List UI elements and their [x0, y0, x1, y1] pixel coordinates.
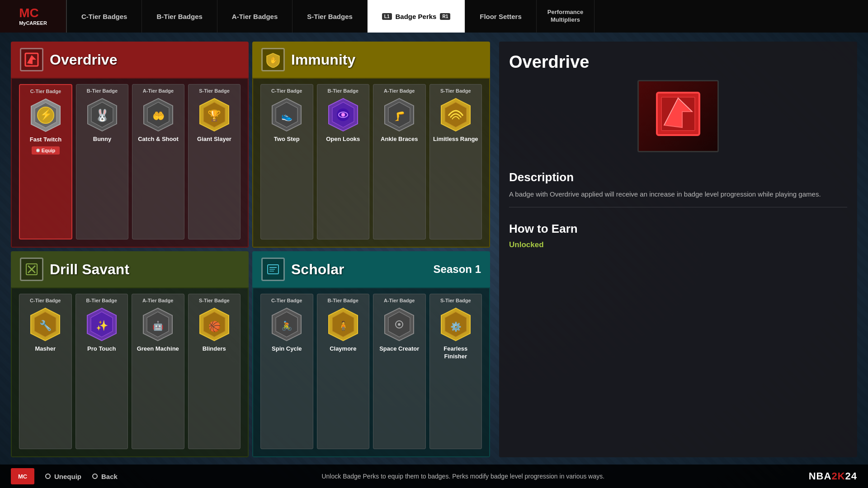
- logo-mycareer-text: MyCAREER: [19, 20, 47, 26]
- immunity-c-tier-slot[interactable]: C-Tier Badge 👟 Two Step: [260, 84, 313, 239]
- tab-floor-setters[interactable]: Floor Setters: [465, 0, 537, 33]
- detail-panel-title: Overdrive: [509, 52, 847, 72]
- immunity-a-tier-slot[interactable]: A-Tier Badge 🦵 Ankle Braces: [373, 84, 426, 239]
- scholar-a-tier-label: A-Tier Badge: [384, 298, 415, 304]
- tab-s-tier-badges[interactable]: S-Tier Badges: [292, 0, 368, 33]
- immunity-s-tier-icon: [438, 97, 474, 133]
- equip-circle-icon: [36, 149, 40, 152]
- drill-s-tier-icon: 🏀: [196, 306, 232, 343]
- overdrive-title: Overdrive: [50, 52, 117, 68]
- scholar-s-tier-slot[interactable]: S-Tier Badge ⚙️ Fearless Finisher: [429, 294, 482, 449]
- detail-divider: [509, 207, 847, 207]
- overdrive-s-tier-slot[interactable]: S-Tier Badge 🏆 Giant Slayer: [188, 84, 241, 239]
- svg-text:🐰: 🐰: [95, 108, 110, 122]
- immunity-b-tier-slot[interactable]: B-Tier Badge Open Looks: [317, 84, 370, 239]
- overdrive-a-tier-slot[interactable]: A-Tier Badge 🤲 Catch & Shoot: [132, 84, 184, 239]
- detail-badge-image: [637, 80, 719, 152]
- scholar-s-tier-icon: ⚙️: [438, 306, 474, 343]
- immunity-icon: ✋: [261, 48, 285, 71]
- tab-c-tier-badges[interactable]: C-Tier Badges: [67, 0, 142, 33]
- drill-b-tier-icon: ✨: [84, 306, 120, 343]
- immunity-b-tier-name: Open Looks: [326, 136, 360, 143]
- scholar-a-tier-name: Space Creator: [379, 345, 419, 353]
- drill-b-tier-label: B-Tier Badge: [86, 298, 117, 304]
- svg-text:🤲: 🤲: [152, 110, 165, 122]
- svg-point-56: [398, 323, 401, 326]
- scholar-a-tier-icon: [381, 306, 417, 343]
- immunity-panel: ✋ Immunity C-Tier Badge 👟 T: [252, 42, 490, 248]
- scholar-b-tier-slot[interactable]: B-Tier Badge 🧍 Claymore: [317, 294, 370, 449]
- svg-marker-27: [445, 102, 467, 127]
- overdrive-b-tier-label: B-Tier Badge: [87, 88, 118, 94]
- detail-earn-status: Unlocked: [509, 240, 847, 249]
- drill-b-tier-slot[interactable]: B-Tier Badge ✨ Pro Touch: [75, 294, 128, 449]
- svg-text:🔧: 🔧: [39, 319, 52, 332]
- svg-text:🚴: 🚴: [281, 320, 292, 331]
- overdrive-s-tier-icon: 🏆: [196, 97, 232, 133]
- immunity-body: C-Tier Badge 👟 Two Step B-Tier Badge: [252, 78, 490, 248]
- immunity-a-tier-icon: 🦵: [381, 97, 417, 133]
- immunity-s-tier-slot[interactable]: S-Tier Badge Limitless Range: [429, 84, 482, 239]
- tab-b-tier-badges[interactable]: B-Tier Badges: [142, 0, 217, 33]
- overdrive-c-tier-slot[interactable]: C-Tier Badge ⚡ Fast Twitch Equip: [19, 84, 72, 239]
- drill-c-tier-label: C-Tier Badge: [30, 298, 61, 304]
- drill-a-tier-slot[interactable]: A-Tier Badge 🤖 Green Machine: [132, 294, 184, 449]
- tab-a-tier-badges[interactable]: A-Tier Badges: [217, 0, 292, 33]
- overdrive-equip-button[interactable]: Equip: [32, 146, 60, 155]
- tab-performance-multipliers[interactable]: PerformanceMultipliers: [537, 0, 594, 33]
- scholar-a-tier-slot[interactable]: A-Tier Badge Space Creator: [373, 294, 426, 449]
- immunity-a-tier-label: A-Tier Badge: [384, 88, 415, 94]
- overdrive-icon: [20, 48, 43, 71]
- scholar-s-tier-name: Fearless Finisher: [433, 345, 479, 361]
- svg-text:✋: ✋: [269, 56, 278, 64]
- immunity-s-tier-label: S-Tier Badge: [440, 88, 471, 94]
- badge-perks-tab-inner: L1 Badge Perks R1: [382, 13, 450, 20]
- overdrive-body: C-Tier Badge ⚡ Fast Twitch Equip: [11, 78, 249, 248]
- immunity-a-tier-name: Ankle Braces: [381, 136, 418, 143]
- svg-text:🧍: 🧍: [337, 320, 349, 331]
- unequip-action[interactable]: Unequip: [45, 473, 81, 480]
- svg-text:🏀: 🏀: [208, 320, 221, 333]
- svg-text:🦵: 🦵: [394, 111, 405, 122]
- drill-savant-body: C-Tier Badge 🔧 Masher B-Tier Badge: [11, 287, 249, 457]
- detail-panel: Overdrive Description A badge with Overd…: [499, 42, 857, 457]
- drill-a-tier-name: Green Machine: [137, 345, 179, 353]
- drill-s-tier-slot[interactable]: S-Tier Badge 🏀 Blinders: [188, 294, 241, 449]
- svg-point-22: [341, 113, 345, 117]
- overdrive-c-tier-icon: ⚡: [28, 97, 64, 133]
- svg-text:🤖: 🤖: [152, 320, 164, 331]
- detail-description-text: A badge with Overdrive applied will rece…: [509, 189, 847, 200]
- overdrive-a-tier-name: Catch & Shoot: [138, 136, 179, 143]
- overdrive-b-tier-slot[interactable]: B-Tier Badge 🐰 Bunny: [76, 84, 128, 239]
- drill-c-tier-icon: 🔧: [27, 306, 63, 343]
- detail-earn-title: How to Earn: [509, 222, 847, 236]
- scholar-c-tier-name: Spin Cycle: [272, 345, 302, 353]
- svg-text:⚙️: ⚙️: [450, 321, 461, 332]
- overdrive-b-tier-name: Bunny: [93, 136, 111, 143]
- scholar-header: Scholar Season 1: [252, 251, 490, 287]
- overdrive-header: Overdrive: [11, 42, 249, 78]
- immunity-title: Immunity: [291, 52, 355, 68]
- drill-savant-icon: [20, 258, 43, 281]
- scholar-title: Scholar: [291, 261, 344, 278]
- overdrive-a-tier-icon: 🤲: [140, 97, 176, 133]
- drill-c-tier-slot[interactable]: C-Tier Badge 🔧 Masher: [19, 294, 72, 449]
- drill-s-tier-name: Blinders: [203, 345, 226, 353]
- back-action[interactable]: Back: [92, 473, 118, 480]
- drill-a-tier-label: A-Tier Badge: [142, 298, 173, 304]
- equip-label: Equip: [42, 148, 56, 153]
- tab-badge-perks[interactable]: L1 Badge Perks R1: [368, 0, 465, 33]
- overdrive-s-tier-name: Giant Slayer: [197, 136, 231, 143]
- overdrive-b-tier-icon: 🐰: [84, 97, 120, 133]
- immunity-b-tier-icon: [325, 97, 361, 133]
- unequip-circle-icon: [45, 474, 51, 479]
- mycareer-logo: MC MyCAREER: [0, 0, 67, 33]
- overdrive-c-tier-name: Fast Twitch: [30, 136, 62, 144]
- immunity-s-tier-name: Limitless Range: [433, 136, 478, 143]
- scholar-c-tier-icon: 🚴: [269, 306, 305, 343]
- scholar-s-tier-label: S-Tier Badge: [440, 298, 471, 304]
- scholar-season: Season 1: [434, 263, 481, 276]
- scholar-panel: Scholar Season 1 C-Tier Badge 🚴 Spin Cyc…: [252, 251, 490, 457]
- scholar-c-tier-slot[interactable]: C-Tier Badge 🚴 Spin Cycle: [260, 294, 313, 449]
- l1-button: L1: [382, 13, 392, 20]
